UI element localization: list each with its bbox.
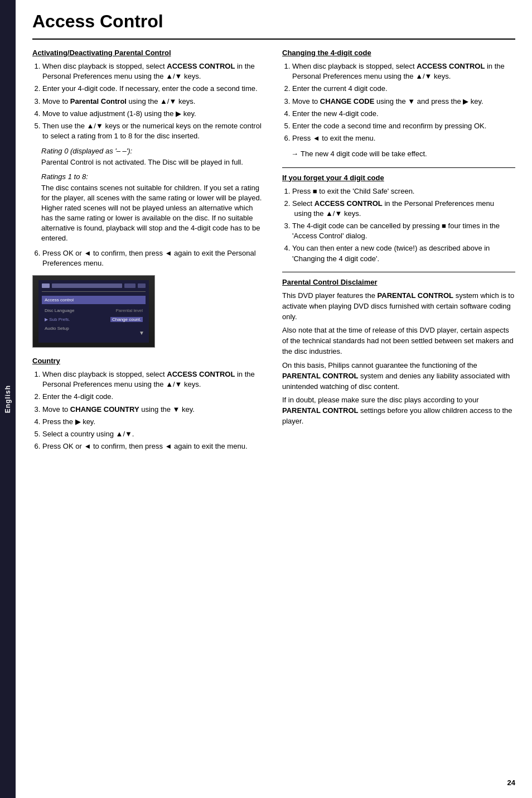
main-content: Access Control Activating/Deactivating P… bbox=[16, 0, 532, 479]
list-item: Press ◄ to exit the menu. bbox=[292, 133, 515, 143]
sub-text-ratings1to8: The disc contains scenes not suitable fo… bbox=[41, 183, 265, 244]
list-item: Press OK or ◄ to confirm, then press ◄ a… bbox=[42, 441, 265, 451]
title-divider bbox=[32, 39, 515, 40]
list-item: The 4-digit code can be cancelled by pre… bbox=[292, 221, 515, 241]
disclaimer-para4: If in doubt, please make sure the disc p… bbox=[282, 395, 515, 427]
sub-heading-rating0: Rating 0 (displayed as '– –'): bbox=[41, 147, 265, 155]
disclaimer-heading: Parental Control Disclaimer bbox=[282, 278, 515, 286]
list-item: Enter the current 4 digit code. bbox=[292, 84, 515, 94]
page-title: Access Control bbox=[32, 11, 515, 34]
page-number: 24 bbox=[507, 778, 515, 787]
disclaimer-para2: Also note that at the time of release of… bbox=[282, 325, 515, 357]
list-item: Enter the new 4-digit code. bbox=[292, 109, 515, 119]
list-item: Select ACCESS CONTROL in the Personal Pr… bbox=[292, 199, 515, 219]
left-column: Activating/Deactivating Parental Control… bbox=[32, 49, 265, 457]
list-item: Press OK or ◄ to confirm, then press ◄ a… bbox=[42, 248, 265, 268]
list-item: When disc playback is stopped, select AC… bbox=[42, 369, 265, 390]
sub-section-rating0: Rating 0 (displayed as '– –'): Parental … bbox=[41, 147, 265, 167]
sub-section-ratings1to8: Ratings 1 to 8: The disc contains scenes… bbox=[41, 172, 265, 244]
list-item: Enter your 4-digit code. If necessary, e… bbox=[42, 84, 265, 94]
section1-heading: Activating/Deactivating Parental Control bbox=[32, 49, 265, 57]
list-item: Move to CHANGE CODE using the ▼ and pres… bbox=[292, 97, 515, 107]
screen-image: Access control Disc Language Parental le… bbox=[32, 275, 155, 348]
list-item: You can then enter a new code (twice!) a… bbox=[292, 243, 515, 263]
list-item: Press the ▶ key. bbox=[42, 417, 265, 427]
list-item: Then use the ▲/▼ keys or the numerical k… bbox=[42, 121, 265, 141]
sub-heading-ratings1to8: Ratings 1 to 8: bbox=[41, 172, 265, 181]
list-item: Enter the 4-digit code. bbox=[42, 392, 265, 402]
list-item: Select a country using ▲/▼. bbox=[42, 429, 265, 439]
sidebar: English bbox=[0, 0, 16, 798]
section1-step6: Press OK or ◄ to confirm, then press ◄ a… bbox=[32, 248, 265, 268]
section-divider-2 bbox=[282, 272, 515, 272]
forget-code-steps: Press ■ to exit the 'Child Safe' screen.… bbox=[282, 186, 515, 264]
list-item: When disc playback is stopped, select AC… bbox=[42, 61, 265, 81]
list-item: Move to value adjustment (1-8) using the… bbox=[42, 109, 265, 119]
two-column-layout: Activating/Deactivating Parental Control… bbox=[32, 49, 515, 457]
section2-steps: When disc playback is stopped, select AC… bbox=[32, 369, 265, 451]
list-item: When disc playback is stopped, select AC… bbox=[292, 61, 515, 81]
forget-code-heading: If you forget your 4 digit code bbox=[282, 174, 515, 182]
list-item: Press ■ to exit the 'Child Safe' screen. bbox=[292, 186, 515, 196]
list-item: Enter the code a second time and reconfi… bbox=[292, 121, 515, 131]
section1-steps: When disc playback is stopped, select AC… bbox=[32, 61, 265, 141]
section2-heading: Country bbox=[32, 357, 265, 365]
list-item: Move to Parental Control using the ▲/▼ k… bbox=[42, 97, 265, 107]
page-container: English Access Control Activating/Deacti… bbox=[0, 0, 532, 798]
arrow-note: The new 4 digit code will be take effect… bbox=[291, 149, 515, 159]
change-code-heading: Changing the 4-digit code bbox=[282, 49, 515, 57]
disclaimer-para1: This DVD player features the PARENTAL CO… bbox=[282, 291, 515, 323]
disclaimer-para3: On this basis, Philips cannot guarantee … bbox=[282, 360, 515, 392]
right-column: Changing the 4-digit code When disc play… bbox=[282, 49, 515, 457]
change-code-steps: When disc playback is stopped, select AC… bbox=[282, 61, 515, 143]
section-divider-1 bbox=[282, 167, 515, 168]
sidebar-label: English bbox=[4, 385, 12, 413]
screen-inner: Access control Disc Language Parental le… bbox=[38, 280, 149, 343]
list-item: Move to CHANGE COUNTRY using the ▼ key. bbox=[42, 405, 265, 415]
sub-text-rating0: Parental Control is not activated. The D… bbox=[41, 157, 265, 167]
